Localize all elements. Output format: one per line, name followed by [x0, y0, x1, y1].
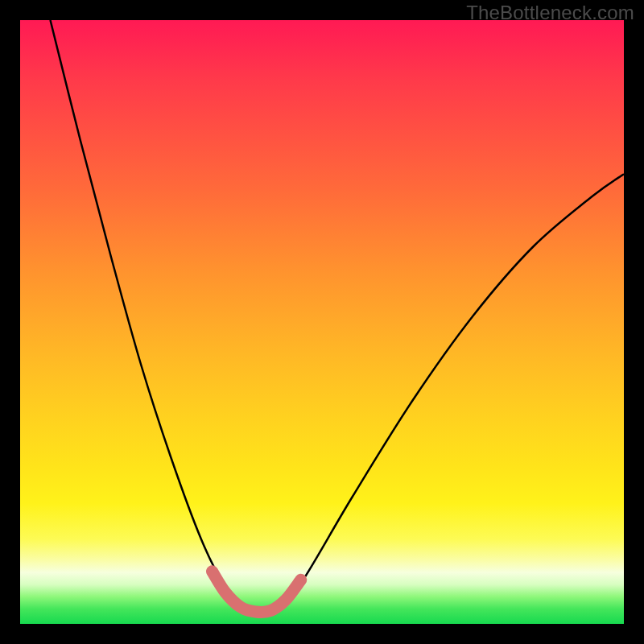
chart-stage: TheBottleneck.com	[0, 0, 644, 644]
highlight-segment	[213, 572, 301, 613]
curve-layer	[20, 20, 624, 624]
v-curve-line	[51, 20, 625, 613]
watermark-text: TheBottleneck.com	[466, 2, 634, 24]
plot-area	[20, 20, 624, 624]
